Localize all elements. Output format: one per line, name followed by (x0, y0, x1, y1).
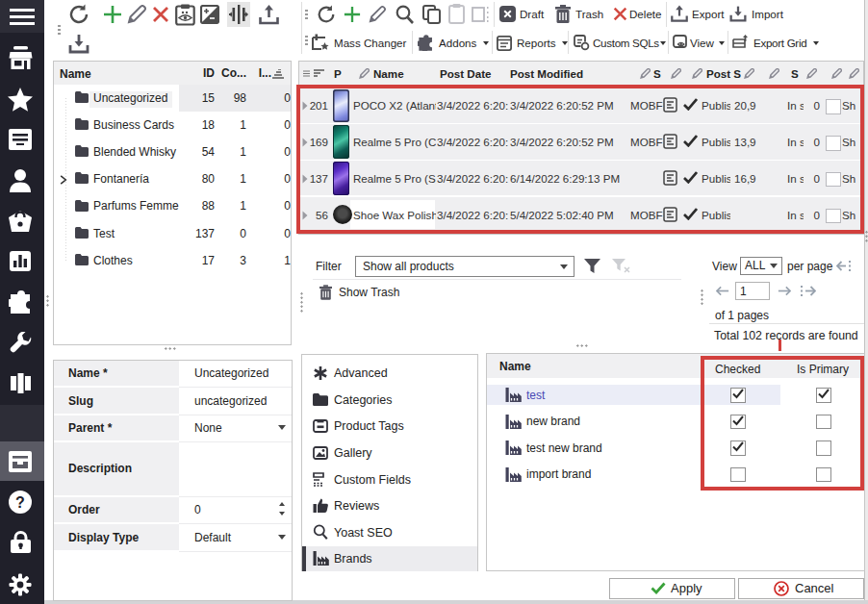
svg-text:?: ? (15, 494, 25, 511)
